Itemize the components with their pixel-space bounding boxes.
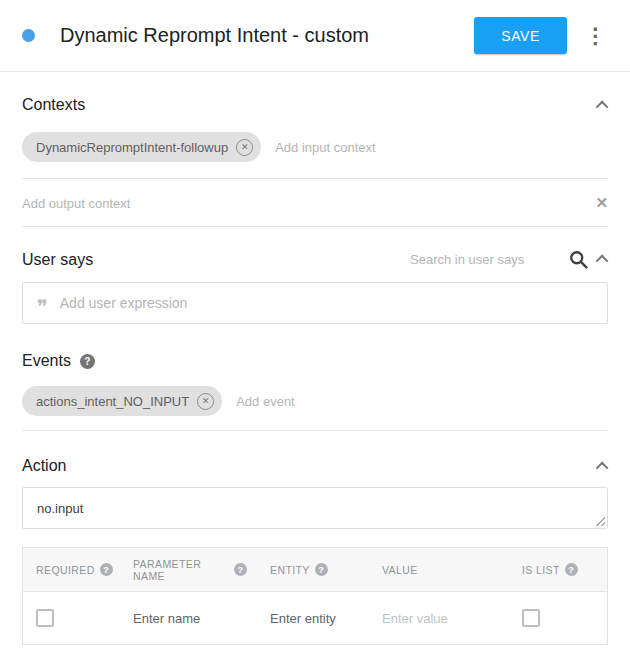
remove-input-context-icon[interactable]: ✕	[236, 139, 253, 156]
action-section: Action REQUIRED ? PARAMETER NAME ? ENTIT…	[0, 431, 630, 645]
quote-icon: ❞	[37, 295, 48, 311]
col-value: VALUE	[369, 548, 509, 591]
parameter-name-cell	[120, 592, 257, 644]
input-context-chip: DynamicRepromptIntent-followup ✕	[22, 132, 261, 162]
events-row: actions_intent_NO_INPUT ✕	[22, 370, 608, 431]
parameter-name-help-icon[interactable]: ?	[234, 563, 247, 576]
required-checkbox[interactable]	[36, 609, 54, 627]
intent-editor: Dynamic Reprompt Intent - custom SAVE ⋮ …	[0, 0, 630, 645]
parameter-row	[23, 592, 607, 644]
contexts-section: Contexts DynamicRepromptIntent-followup …	[0, 72, 630, 227]
action-heading: Action	[22, 457, 66, 475]
intent-dot-icon	[22, 29, 35, 42]
entity-cell	[257, 592, 369, 644]
required-cell	[23, 592, 120, 644]
user-says-section: User says ❞	[0, 227, 630, 324]
clear-output-context-icon[interactable]: ✕	[585, 194, 608, 212]
event-chip-label: actions_intent_NO_INPUT	[36, 394, 189, 409]
search-user-says-input[interactable]	[410, 252, 558, 267]
col-required: REQUIRED ?	[23, 548, 120, 591]
input-context-chip-label: DynamicRepromptIntent-followup	[36, 140, 228, 155]
add-output-context-field[interactable]	[22, 196, 585, 211]
col-entity: ENTITY ?	[257, 548, 369, 591]
event-chip: actions_intent_NO_INPUT ✕	[22, 386, 222, 416]
parameter-name-field[interactable]	[133, 611, 247, 626]
entity-help-icon[interactable]: ?	[315, 563, 328, 576]
add-event-field[interactable]	[236, 394, 608, 409]
parameters-table-header: REQUIRED ? PARAMETER NAME ? ENTITY ? VAL…	[23, 548, 607, 592]
search-icon[interactable]	[568, 249, 589, 270]
required-help-icon[interactable]: ?	[100, 563, 113, 576]
page-title: Dynamic Reprompt Intent - custom	[60, 24, 474, 47]
value-cell	[369, 592, 509, 644]
add-user-expression-field[interactable]	[60, 295, 593, 311]
user-says-search	[410, 249, 608, 270]
remove-event-icon[interactable]: ✕	[197, 393, 214, 410]
entity-field[interactable]	[270, 611, 359, 626]
user-expression-box: ❞	[22, 282, 608, 324]
input-contexts-row: DynamicRepromptIntent-followup ✕	[22, 114, 608, 179]
value-field[interactable]	[382, 611, 499, 626]
events-heading: Events	[22, 352, 71, 370]
collapse-action-icon[interactable]	[596, 461, 609, 474]
events-section: Events ? actions_intent_NO_INPUT ✕	[0, 324, 630, 431]
save-button[interactable]: SAVE	[474, 17, 567, 54]
intent-header: Dynamic Reprompt Intent - custom SAVE ⋮	[0, 0, 630, 72]
collapse-user-says-icon[interactable]	[596, 255, 609, 268]
action-name-field[interactable]	[37, 501, 593, 516]
user-says-heading: User says	[22, 251, 93, 269]
resize-grip-icon[interactable]	[594, 515, 605, 526]
contexts-heading: Contexts	[22, 96, 85, 114]
add-input-context-field[interactable]	[275, 140, 608, 155]
is-list-cell	[509, 592, 607, 644]
is-list-help-icon[interactable]: ?	[565, 563, 578, 576]
collapse-contexts-icon[interactable]	[596, 100, 609, 113]
kebab-menu-icon[interactable]: ⋮	[577, 25, 614, 46]
col-is-list: IS LIST ?	[509, 548, 607, 591]
events-help-icon[interactable]: ?	[80, 354, 95, 369]
action-input-box	[22, 487, 608, 529]
col-parameter-name: PARAMETER NAME ?	[120, 548, 257, 591]
output-contexts-row: ✕	[22, 179, 608, 227]
is-list-checkbox[interactable]	[522, 609, 540, 627]
parameters-table: REQUIRED ? PARAMETER NAME ? ENTITY ? VAL…	[22, 547, 608, 645]
